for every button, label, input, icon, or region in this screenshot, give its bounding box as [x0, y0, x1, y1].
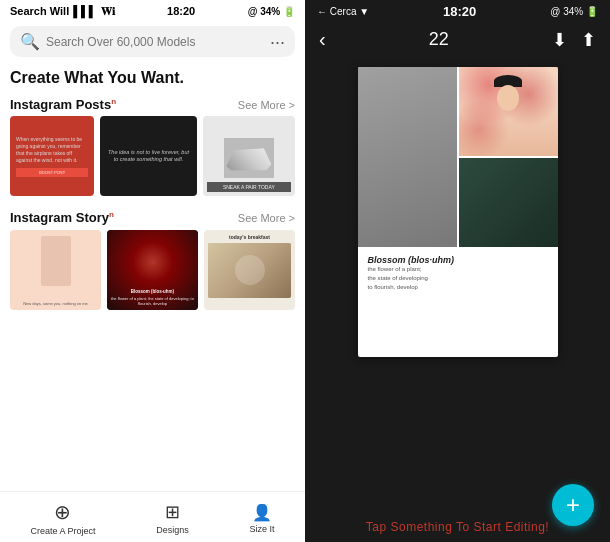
- status-bar-right: ← Cerca ▼ 18:20 @ 34% 🔋: [305, 0, 610, 22]
- time-right: 18:20: [443, 4, 476, 19]
- search-icon: 🔍: [20, 32, 40, 51]
- fab-add-button[interactable]: +: [552, 484, 594, 526]
- instagram-post-card-3[interactable]: SNEAK A PAIR TODAY: [203, 116, 295, 196]
- carrier-label: ← Cerca ▼: [317, 6, 369, 17]
- instagram-story-row: New days, same you, nothing on me Blosso…: [0, 230, 305, 318]
- sneaker-shape: [224, 138, 274, 178]
- size-it-label: Size It: [250, 524, 275, 534]
- card-sneaker-label: SNEAK A PAIR TODAY: [207, 182, 291, 192]
- food-image: [208, 243, 291, 298]
- sneaker-image: [224, 138, 274, 178]
- left-panel: Search Will ▌▌▌ 𝐖𝐢 18:20 @ 34% 🔋 🔍 ··· C…: [0, 0, 305, 542]
- fab-plus-icon: +: [566, 491, 580, 519]
- story-card-food[interactable]: today's breakfast: [204, 230, 295, 310]
- floral-desc: the flower of a plant; the state of deve…: [111, 296, 194, 306]
- status-bar-left: Search Will ▌▌▌ 𝐖𝐢 18:20 @ 34% 🔋: [0, 0, 305, 22]
- wifi-icon-left: 𝐖𝐢: [101, 5, 115, 18]
- face-shape: [497, 85, 519, 111]
- nav-size-it[interactable]: 👤 Size It: [250, 503, 275, 534]
- girl-portrait: [459, 67, 558, 156]
- download-button[interactable]: ⬇: [552, 29, 567, 51]
- page-count: 22: [429, 29, 449, 50]
- card-red-btn: BOOST POST: [16, 168, 88, 177]
- instagram-post-card-2[interactable]: The idea is not to live forever, but to …: [100, 116, 196, 196]
- floral-text-overlay: Blossom (blos·uhm) the flower of a plant…: [111, 289, 194, 306]
- canvas-word-desc2: the state of developing: [368, 274, 548, 283]
- time-left: 18:20: [167, 5, 195, 17]
- signal-icon: ▌▌▌: [73, 5, 96, 17]
- size-it-icon: 👤: [252, 503, 272, 522]
- card-red-text: When everything seems to be going agains…: [16, 136, 88, 164]
- instagram-posts-see-more[interactable]: See More >: [238, 99, 295, 111]
- photo-top-right: [459, 67, 558, 156]
- nav-designs[interactable]: ⊞ Designs: [156, 501, 189, 535]
- canvas-word-desc3: to flourish, develop: [368, 283, 548, 292]
- instagram-posts-title: Instagram Postsn: [10, 97, 116, 112]
- back-arrow-status: ←: [317, 6, 330, 17]
- nav-create-project[interactable]: ⊕ Create A Project: [30, 500, 95, 536]
- canvas-word-title: Blossom (blos·uhm): [368, 255, 548, 265]
- canvas-text-area: Blossom (blos·uhm) the flower of a plant…: [358, 247, 558, 300]
- card-red-inner: When everything seems to be going agains…: [10, 130, 94, 183]
- instagram-posts-header: Instagram Postsn See More >: [0, 91, 305, 116]
- app-name-label: Search Will: [10, 5, 69, 17]
- more-options-button[interactable]: ···: [270, 33, 285, 51]
- photo-bottom-right: [459, 158, 558, 247]
- top-toolbar-right: ‹ 22 ⬇ ⬆: [305, 22, 610, 57]
- card-dark-text: The idea is not to live forever, but to …: [106, 149, 190, 164]
- instagram-post-card-1[interactable]: When everything seems to be going agains…: [10, 116, 94, 196]
- right-panel: ← Cerca ▼ 18:20 @ 34% 🔋 ‹ 22 ⬇ ⬆: [305, 0, 610, 542]
- battery-icon-left: @ 34% 🔋: [248, 6, 295, 17]
- story-card-fashion[interactable]: New days, same you, nothing on me: [10, 230, 101, 310]
- canvas-area: Blossom (blos·uhm) the flower of a plant…: [305, 57, 610, 512]
- search-bar[interactable]: 🔍 ···: [10, 26, 295, 57]
- instagram-story-title: Instagram Storyn: [10, 210, 114, 225]
- photo-collage: [358, 67, 558, 247]
- instagram-posts-row: When everything seems to be going agains…: [0, 116, 305, 204]
- create-project-icon: ⊕: [54, 500, 71, 524]
- create-title: Create What You Want.: [0, 61, 305, 91]
- bottom-nav-left: ⊕ Create A Project ⊞ Designs 👤 Size It: [0, 491, 305, 542]
- canvas-image-top: [358, 67, 558, 247]
- canvas-card[interactable]: Blossom (blos·uhm) the flower of a plant…: [358, 67, 558, 357]
- instagram-story-header: Instagram Storyn See More >: [0, 204, 305, 229]
- create-project-label: Create A Project: [30, 526, 95, 536]
- food-title: today's breakfast: [229, 234, 270, 240]
- share-button[interactable]: ⬆: [581, 29, 596, 51]
- designs-icon: ⊞: [165, 501, 180, 523]
- instagram-story-see-more[interactable]: See More >: [238, 212, 295, 224]
- designs-label: Designs: [156, 525, 189, 535]
- battery-area-left: @ 34% 🔋: [248, 6, 295, 17]
- food-plate: [208, 243, 291, 298]
- story-fashion-text: New days, same you, nothing on me: [23, 301, 88, 306]
- floral-title: Blossom (blos·uhm): [111, 289, 194, 294]
- canvas-word-desc1: the flower of a plant;: [368, 265, 548, 274]
- status-app-name: Search Will ▌▌▌ 𝐖𝐢: [10, 5, 115, 18]
- photo-left: [358, 67, 457, 247]
- fashion-figure: [41, 236, 71, 286]
- story-card-floral[interactable]: Blossom (blos·uhm) the flower of a plant…: [107, 230, 198, 310]
- battery-right: @ 34% 🔋: [550, 6, 598, 17]
- search-input[interactable]: [46, 35, 260, 49]
- back-button[interactable]: ‹: [319, 28, 326, 51]
- toolbar-actions: ⬇ ⬆: [552, 29, 596, 51]
